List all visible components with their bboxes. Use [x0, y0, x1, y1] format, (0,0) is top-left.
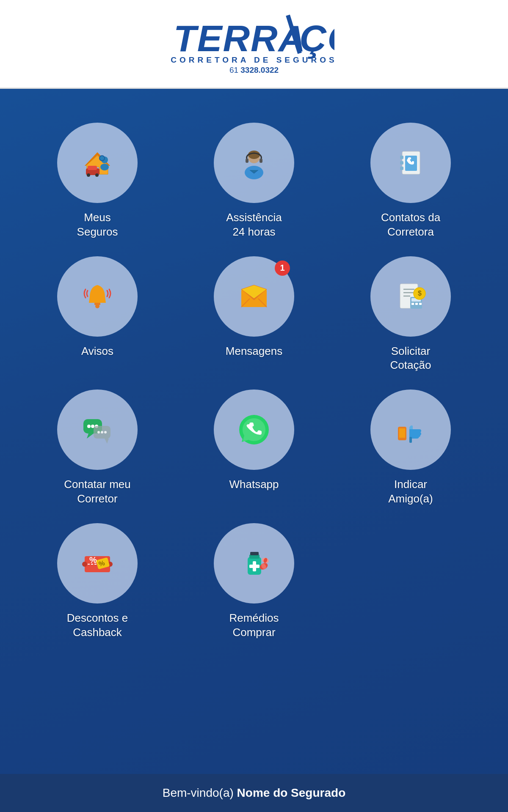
icon-circle-whatsapp [214, 390, 294, 470]
svg-point-43 [87, 425, 91, 428]
icon-circle-indicar [370, 390, 451, 470]
remedios-icon [235, 544, 273, 582]
menu-item-contatos[interactable]: Contatos daCorretora [353, 123, 468, 239]
menu-label-remedios: RemédiosComprar [229, 611, 279, 640]
svg-marker-42 [87, 433, 94, 439]
menu-item-remedios[interactable]: RemédiosComprar [197, 523, 311, 640]
svg-rect-19 [400, 156, 403, 159]
svg-point-57 [82, 562, 87, 567]
descontos-icon: % % [78, 544, 116, 582]
icon-circle-meus-seguros [57, 123, 138, 203]
svg-point-24 [95, 304, 99, 308]
menu-label-mensagens: Mensagens [226, 344, 282, 359]
svg-rect-6 [88, 166, 97, 170]
contatos-icon [392, 144, 430, 182]
avisos-icon [78, 277, 116, 315]
svg-rect-37 [415, 303, 418, 305]
menu-label-solicitar: SolicitarCotação [390, 344, 431, 373]
mensagens-badge: 1 [275, 261, 290, 276]
svg-rect-55 [409, 437, 412, 443]
menu-label-avisos: Avisos [81, 344, 113, 359]
menu-label-contatos: Contatos daCorretora [381, 211, 440, 239]
footer-welcome-prefix: Bem-vindo(a) [163, 786, 237, 799]
footer-user-name: Nome do Segurado [237, 786, 346, 799]
menu-item-assistencia[interactable]: Assistência24 horas [197, 123, 311, 239]
icon-circle-assistencia [214, 123, 294, 203]
menu-item-indicar[interactable]: IndicarAmigo(a) [353, 390, 468, 506]
svg-rect-16 [246, 159, 248, 163]
header: TERRA ÇO CORRETORA DE SEGUROS 61 3328.03… [0, 0, 508, 89]
svg-rect-53 [399, 428, 405, 438]
svg-point-15 [248, 151, 260, 159]
svg-rect-65 [250, 552, 259, 555]
mensagens-icon [235, 277, 273, 315]
menu-item-whatsapp[interactable]: Whatsapp [197, 390, 311, 506]
svg-text:$: $ [418, 290, 422, 297]
svg-text:TERRA: TERRA [174, 17, 306, 59]
svg-point-50 [104, 431, 107, 433]
svg-rect-67 [249, 565, 260, 568]
svg-rect-20 [400, 161, 403, 165]
menu-item-contatar[interactable]: Contatar meuCorretor [40, 390, 155, 506]
menu-label-descontos: Descontos eCashback [67, 611, 128, 640]
assistencia-icon [235, 144, 273, 182]
logo-phone: 61 3328.0322 [229, 66, 279, 75]
logo: TERRA ÇO CORRETORA DE SEGUROS 61 3328.03… [171, 13, 337, 75]
menu-label-contatar: Contatar meuCorretor [64, 477, 131, 506]
svg-text:%: % [89, 555, 97, 565]
menu-item-avisos[interactable]: Avisos [40, 256, 155, 373]
svg-point-7 [87, 173, 90, 177]
menu-label-whatsapp: Whatsapp [229, 477, 279, 492]
svg-text:ÇO: ÇO [300, 17, 334, 59]
footer: Bem-vindo(a) Nome do Segurado [0, 774, 508, 812]
menu-label-indicar: IndicarAmigo(a) [388, 477, 433, 506]
menu-item-meus-seguros[interactable]: MeusSeguros [40, 123, 155, 239]
menu-item-solicitar[interactable]: $ SolicitarCotação [353, 256, 468, 373]
indicar-icon [392, 411, 430, 449]
icon-circle-contatar [57, 390, 138, 470]
menu-grid: MeusSeguros Assistência24 [40, 123, 468, 639]
meus-seguros-icon [78, 144, 116, 182]
svg-rect-21 [400, 167, 403, 170]
menu-item-descontos[interactable]: % % Descontos eCashback [40, 523, 155, 640]
svg-point-44 [91, 425, 94, 428]
main-content: MeusSeguros Assistência24 [0, 89, 508, 774]
svg-point-10 [100, 164, 109, 170]
icon-circle-avisos [57, 256, 138, 337]
solicitar-icon: $ [392, 277, 430, 315]
svg-point-49 [101, 431, 103, 433]
svg-marker-47 [105, 439, 109, 444]
svg-rect-36 [411, 303, 414, 305]
menu-label-assistencia: Assistência24 horas [226, 211, 282, 239]
icon-circle-descontos: % % [57, 523, 138, 604]
whatsapp-icon [235, 411, 273, 449]
logo-subtitle: CORRETORA DE SEGUROS [171, 55, 337, 65]
icon-circle-solicitar: $ [370, 256, 451, 337]
svg-rect-17 [260, 159, 262, 163]
contatar-icon [78, 411, 116, 449]
icon-circle-mensagens: 1 [214, 256, 294, 337]
svg-point-8 [95, 173, 99, 177]
svg-point-54 [401, 438, 403, 440]
menu-label-meus-seguros: MeusSeguros [77, 211, 118, 239]
svg-rect-38 [419, 303, 422, 305]
icon-circle-contatos [370, 123, 451, 203]
icon-circle-remedios [214, 523, 294, 604]
svg-point-48 [97, 431, 100, 433]
menu-item-mensagens[interactable]: 1 Mensagens [197, 256, 311, 373]
svg-point-12 [100, 156, 104, 160]
footer-text: Bem-vindo(a) Nome do Segurado [163, 786, 346, 800]
logo-svg: TERRA ÇO [174, 13, 334, 60]
